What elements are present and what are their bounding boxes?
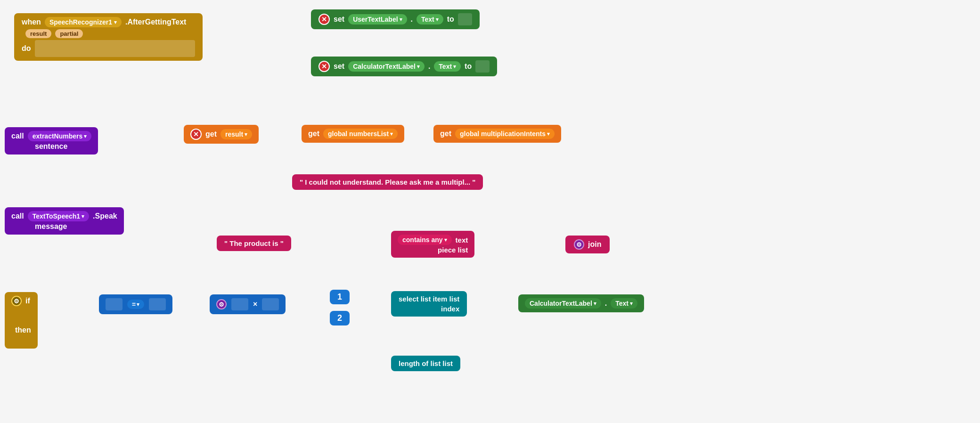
numbers-list-pill[interactable]: global numbersList ▾ [323, 129, 398, 139]
call-label-1: call [11, 132, 24, 140]
get-label-3: get [440, 130, 451, 138]
string-understand-block[interactable]: " I could not understand. Please ask me … [292, 174, 483, 190]
set-calc-text-label-block[interactable]: ✕ set CalculatorTextLabel ▾ . Text ▾ to [311, 57, 497, 76]
partial-pill: partial [55, 29, 83, 38]
understand-text: " I could not understand. Please ask me … [300, 178, 475, 186]
get-label-1: get [205, 130, 217, 138]
if-block[interactable]: ⚙ if then [5, 292, 38, 349]
when-block[interactable]: when SpeechRecognizer1 ▾ .AfterGettingTe… [14, 13, 203, 61]
piece-list-label: piece list [438, 246, 468, 254]
result-var-pill[interactable]: result ▾ [220, 129, 252, 139]
gear-icon-if[interactable]: ⚙ [11, 296, 22, 306]
gear-icon-multiply[interactable]: ⚙ [216, 299, 227, 309]
select-list-item-block[interactable]: select list item list index [391, 291, 467, 317]
contains-any-block[interactable]: contains any ▾ text piece list [391, 231, 474, 258]
get-result-block[interactable]: ✕ get result ▾ [184, 125, 259, 144]
join-label: join [588, 240, 601, 249]
string-product-block[interactable]: " The product is " [217, 236, 291, 251]
call-label-2: call [11, 212, 24, 220]
join-block[interactable]: ⚙ join [565, 236, 610, 253]
calc-text-label-get-block[interactable]: CalculatorTextLabel ▾ . Text ▾ [518, 294, 644, 312]
index-label: index [441, 305, 459, 313]
user-label-pill[interactable]: UserTextLabel ▾ [348, 14, 407, 24]
extract-numbers-pill[interactable]: extractNumbers ▾ [28, 131, 92, 141]
select-list-item-label: select list item list [399, 295, 459, 303]
to-label-1: to [447, 15, 454, 24]
sentence-label: sentence [35, 142, 67, 150]
set-label-1: set [334, 15, 344, 24]
get-numbers-list-block[interactable]: get global numbersList ▾ [302, 125, 404, 143]
calc-label-pill[interactable]: CalculatorTextLabel ▾ [348, 61, 425, 72]
equals-pill[interactable]: = ▾ [127, 300, 144, 309]
set-user-text-label-block[interactable]: ✕ set UserTextLabel ▾ . Text ▾ to [311, 9, 480, 29]
equals-block[interactable]: = ▾ [99, 294, 172, 314]
number-2-block[interactable]: 2 [330, 311, 350, 325]
result-pill: result [25, 29, 51, 38]
mult-intents-pill[interactable]: global multiplicationIntents ▾ [455, 129, 555, 139]
err-icon-1[interactable]: ✕ [318, 14, 330, 25]
length-of-list-block[interactable]: length of list list [391, 356, 460, 371]
do-label: do [22, 44, 31, 53]
multiply-op: × [253, 300, 257, 309]
then-label: then [15, 326, 31, 334]
set-label-2: set [334, 62, 344, 71]
call-speech-block[interactable]: call TextToSpeech1 ▾ .Speak message [5, 207, 124, 235]
speech-recognizer-pill[interactable]: SpeechRecognizer1 ▾ [45, 17, 122, 27]
err-icon-3[interactable]: ✕ [190, 129, 202, 140]
to-label-2: to [465, 62, 472, 71]
contains-any-pill[interactable]: contains any ▾ [398, 235, 452, 245]
calc-label-pill-get[interactable]: CalculatorTextLabel ▾ [525, 298, 601, 309]
number-1-block[interactable]: 1 [330, 290, 350, 304]
num2-value: 2 [337, 313, 342, 323]
if-label: if [25, 297, 30, 305]
product-text: " The product is " [224, 239, 284, 247]
when-label: when [22, 18, 41, 26]
speak-label: .Speak [93, 212, 117, 220]
length-of-list-label: length of list list [399, 359, 453, 367]
text-pill-1[interactable]: Text ▾ [416, 14, 443, 24]
get-label-2: get [308, 130, 319, 138]
get-mult-intents-block[interactable]: get global multiplicationIntents ▾ [433, 125, 561, 143]
tts-pill[interactable]: TextToSpeech1 ▾ [28, 211, 89, 221]
num1-value: 1 [337, 292, 342, 302]
multiply-block[interactable]: ⚙ × [210, 294, 286, 314]
event-label: .AfterGettingText [125, 18, 186, 26]
text-pill-2[interactable]: Text ▾ [434, 61, 461, 72]
text-label-contains: text [456, 236, 468, 244]
text-pill-get[interactable]: Text ▾ [611, 298, 637, 309]
message-label: message [35, 222, 67, 230]
gear-icon-join[interactable]: ⚙ [574, 239, 584, 250]
call-extract-numbers-block[interactable]: call extractNumbers ▾ sentence [5, 127, 98, 155]
err-icon-2[interactable]: ✕ [318, 61, 330, 72]
